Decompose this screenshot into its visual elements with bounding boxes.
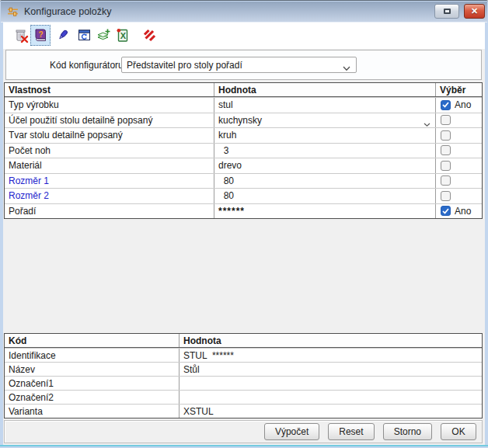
property-name: Účel použití stolu detailně popsaný — [5, 113, 214, 128]
help-book-icon: ? — [33, 27, 49, 43]
codes-table-header: Kód Hodnota — [5, 334, 482, 348]
column-header-vyber: Výběr — [435, 83, 482, 96]
code-name: Označení2 — [5, 391, 179, 404]
column-header-hodnota: Hodnota — [214, 83, 435, 96]
table-row: Počet noh 3 — [5, 143, 482, 158]
toolbar-button-window-refresh[interactable] — [74, 25, 94, 46]
toolbar-button-red-stripes[interactable] — [139, 25, 159, 46]
storno-button[interactable]: Storno — [383, 423, 432, 440]
table-row: Varianta XSTUL — [5, 404, 482, 418]
property-select: Ano — [435, 98, 482, 113]
checkbox[interactable] — [441, 115, 451, 125]
toolbar-button-delete[interactable] — [11, 25, 31, 46]
dialog-window: Konfigurace položky ✕ — [0, 0, 488, 448]
table-row: Označení2 — [5, 390, 482, 404]
property-select — [435, 128, 482, 143]
configurator-panel: Kód konfigurátoru: Představitel pro stol… — [5, 50, 482, 80]
sliders-icon — [6, 5, 19, 19]
table-row: Rozměr 2 80 — [5, 188, 482, 203]
property-value[interactable]: 3 — [214, 144, 435, 158]
toolbar-button-add-layers[interactable] — [93, 25, 113, 46]
property-name: Typ výrobku — [5, 98, 214, 113]
code-value: XSTUL — [179, 405, 482, 418]
property-value[interactable]: 80 — [214, 174, 435, 189]
checkbox[interactable] — [441, 100, 451, 110]
code-value: Stůl — [179, 363, 482, 376]
column-header-vlastnost: Vlastnost — [5, 83, 214, 96]
window-title: Konfigurace položky — [24, 6, 112, 17]
titlebar[interactable]: Konfigurace položky — [1, 2, 487, 23]
checkbox[interactable] — [441, 161, 451, 171]
checkbox[interactable] — [441, 175, 451, 186]
property-value[interactable]: 80 — [214, 189, 435, 203]
table-row: Rozměr 1 80 — [5, 173, 482, 189]
property-name: Pořadí — [5, 204, 214, 219]
code-value — [179, 391, 482, 404]
toolbar-button-pen[interactable] — [52, 25, 72, 46]
code-name: Identifikace — [5, 349, 179, 362]
code-value: STUL ****** — [179, 349, 482, 362]
property-value-masked[interactable]: ****** — [214, 204, 435, 219]
code-name: Název — [5, 363, 179, 376]
configurator-label: Kód konfigurátoru: — [50, 50, 126, 79]
checkbox[interactable] — [441, 145, 451, 155]
chevron-down-icon[interactable] — [343, 63, 350, 73]
property-name: Tvar stolu detailně popsaný — [5, 128, 214, 143]
property-select — [435, 113, 482, 128]
checkbox-label: Ano — [455, 206, 471, 217]
table-row: Označení1 — [5, 376, 482, 390]
svg-text:?: ? — [38, 30, 43, 39]
property-select — [435, 144, 482, 158]
svg-text:X: X — [120, 31, 126, 40]
property-value[interactable]: stul — [214, 98, 435, 113]
properties-table: Vlastnost Hodnota Výběr Typ výrobku stul… — [4, 82, 483, 219]
window-bottom-accent — [0, 445, 488, 446]
table-row: Tvar stolu detailně popsaný kruh — [5, 127, 482, 143]
code-name: Varianta — [5, 405, 179, 418]
property-value[interactable]: kruh — [214, 128, 435, 143]
reset-button[interactable]: Reset — [328, 423, 374, 440]
property-name: Počet noh — [5, 144, 214, 158]
checkbox[interactable] — [441, 130, 451, 141]
configurator-select[interactable]: Představitel pro stoly pořadí — [121, 57, 357, 73]
chevron-down-icon[interactable] — [424, 119, 430, 128]
configurator-selected-value: Představitel pro stoly pořadí — [127, 60, 242, 71]
checkbox[interactable] — [441, 206, 451, 216]
maximize-icon — [444, 9, 451, 14]
checkbox-label: Ano — [455, 99, 471, 110]
code-value — [179, 377, 482, 390]
property-value[interactable]: drevo — [214, 158, 435, 173]
property-name: Materiál — [5, 158, 214, 173]
pen-icon — [54, 27, 71, 43]
table-row: Název Stůl — [5, 362, 482, 376]
table-row: Identifikace STUL ****** — [5, 348, 482, 362]
red-stripes-icon — [141, 27, 158, 43]
maximize-button[interactable] — [434, 4, 459, 19]
window-refresh-icon — [76, 27, 92, 43]
property-name-link[interactable]: Rozměr 1 — [5, 174, 214, 189]
properties-table-header: Vlastnost Hodnota Výběr — [5, 83, 482, 97]
property-select — [435, 174, 482, 189]
close-icon: ✕ — [471, 6, 478, 16]
property-select — [435, 158, 482, 173]
property-value[interactable]: kuchynsky — [214, 113, 435, 128]
delete-icon — [13, 27, 30, 43]
table-row: Pořadí ****** Ano — [5, 203, 482, 219]
codes-table: Kód Hodnota Identifikace STUL ****** Náz… — [4, 333, 483, 418]
property-name-link[interactable]: Rozměr 2 — [5, 189, 214, 203]
column-header-hodnota: Hodnota — [179, 334, 482, 347]
table-row: Materiál drevo — [5, 158, 482, 173]
excel-export-icon: X — [114, 27, 131, 43]
footer-button-panel: Výpočet Reset Storno OK — [4, 420, 483, 443]
toolbar: ? — [3, 23, 485, 49]
vypocet-button[interactable]: Výpočet — [264, 423, 319, 440]
ok-button[interactable]: OK — [441, 423, 476, 440]
column-header-kod: Kód — [5, 334, 179, 347]
property-select: Ano — [435, 204, 482, 219]
checkbox[interactable] — [441, 191, 451, 201]
close-button[interactable]: ✕ — [464, 4, 485, 19]
table-row: Účel použití stolu detailně popsaný kuch… — [5, 113, 482, 128]
toolbar-button-help-book[interactable]: ? — [30, 25, 51, 46]
toolbar-button-excel-export[interactable]: X — [112, 25, 132, 46]
table-row: Typ výrobku stul Ano — [5, 97, 482, 113]
